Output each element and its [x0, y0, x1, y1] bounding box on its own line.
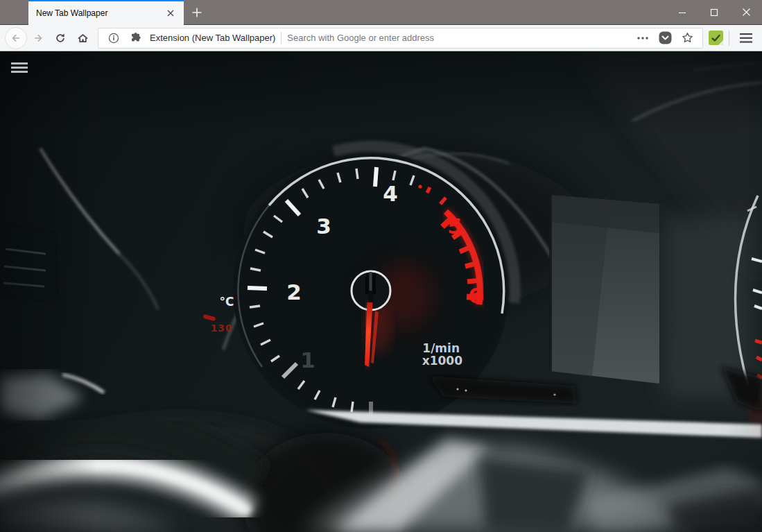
menu-bar [11, 62, 28, 65]
menu-bar [11, 67, 28, 69]
address-identity-label: Extension (New Tab Wallpaper) [150, 33, 275, 43]
home-icon [77, 33, 89, 44]
maximize-button[interactable] [698, 0, 730, 24]
titlebar: New Tab Wallpaper [0, 0, 762, 25]
dashboard-wallpaper: 1 2 3 4 5 6 1/min x1000 °C 130 [0, 51, 762, 532]
info-icon[interactable] [105, 30, 122, 46]
search-placeholder-text[interactable]: Search with Google or enter address [287, 33, 629, 43]
bookmark-star-button[interactable] [679, 30, 695, 46]
hamburger-icon [740, 33, 752, 43]
menu-button[interactable] [735, 27, 757, 49]
page-actions-button[interactable] [634, 30, 651, 46]
pocket-button[interactable] [657, 30, 673, 46]
menu-bar [11, 71, 28, 73]
forward-button[interactable] [27, 27, 49, 49]
ellipsis-icon [637, 37, 648, 40]
forward-arrow-icon [33, 33, 44, 44]
page-menu-button[interactable] [11, 62, 28, 73]
pocket-icon [659, 31, 672, 44]
back-button[interactable] [5, 27, 27, 49]
navigation-toolbar: Extension (New Tab Wallpaper) Search wit… [0, 25, 762, 51]
browser-window: New Tab Wallpaper [0, 0, 762, 532]
tab-close-icon[interactable] [163, 6, 178, 21]
close-button[interactable] [730, 0, 762, 24]
home-button[interactable] [71, 27, 94, 49]
extension-toolbar-button[interactable] [709, 31, 723, 45]
reload-button[interactable] [49, 27, 71, 49]
note-check-icon [709, 31, 723, 45]
reload-icon [55, 33, 66, 44]
page-content: 1 2 3 4 5 6 1/min x1000 °C 130 [0, 51, 762, 532]
toolbar-divider [729, 31, 729, 46]
extension-puzzle-icon [128, 30, 144, 46]
star-icon [682, 32, 693, 44]
tab-title: New Tab Wallpaper [36, 8, 163, 18]
tab-new-tab-wallpaper[interactable]: New Tab Wallpaper [28, 0, 184, 25]
back-arrow-icon [10, 33, 21, 44]
address-divider [281, 32, 282, 44]
window-controls [666, 0, 762, 24]
new-tab-button[interactable] [187, 3, 207, 22]
address-bar[interactable]: Extension (New Tab Wallpaper) Search wit… [98, 28, 703, 49]
minimize-button[interactable] [666, 0, 698, 24]
